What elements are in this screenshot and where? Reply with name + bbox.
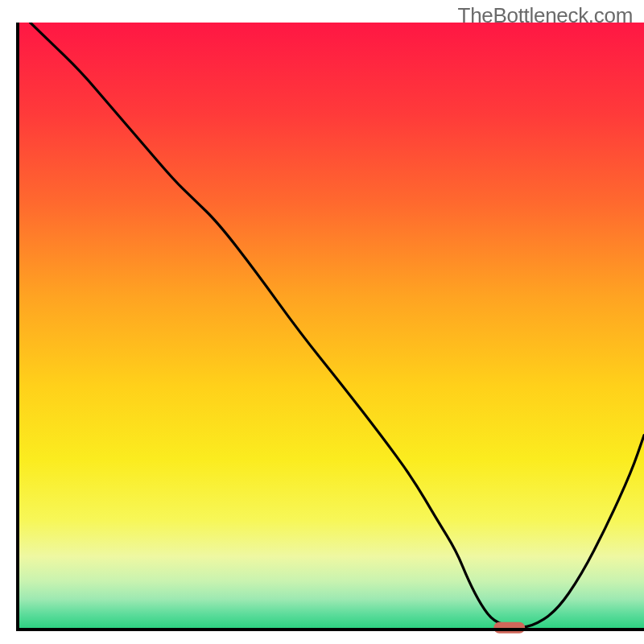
watermark-text: TheBottleneck.com <box>458 3 633 28</box>
chart-svg <box>0 0 644 644</box>
optimal-marker <box>493 622 525 634</box>
plot-background <box>18 23 644 630</box>
bottleneck-chart: TheBottleneck.com <box>0 0 644 644</box>
